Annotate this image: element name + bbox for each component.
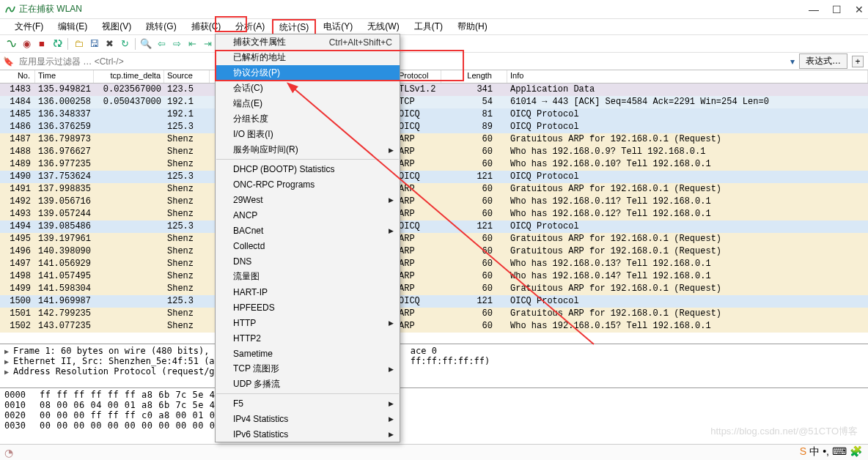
interfaces-icon[interactable]	[4, 37, 18, 51]
packet-list[interactable]: 1483135.9498210.023567000123.5TLSv1.2341…	[0, 84, 868, 344]
packet-row[interactable]: 1485136.348337192.1OICQ81OICQ Protocol	[0, 108, 868, 121]
menu-item[interactable]: 电话(Y)	[316, 19, 360, 34]
menu-dropdown-item[interactable]: F5▶	[216, 396, 400, 411]
menu-item[interactable]: 无线(W)	[360, 19, 406, 34]
find-icon[interactable]: 🔍	[139, 37, 152, 51]
title-bar: 正在捕获 WLAN — ☐ ✕	[0, 0, 868, 19]
packet-row[interactable]: 1492139.056716ShenzARP60Who has 192.168.…	[0, 196, 868, 208]
menu-item[interactable]: 跳转(G)	[139, 19, 183, 34]
menu-dropdown-item[interactable]: Collectd	[216, 238, 400, 253]
reload-icon[interactable]: ↻	[118, 37, 131, 51]
detail-line: Frame 1: 60 bytes on wire (480 bits), 6	[13, 346, 220, 356]
detail-line: Address Resolution Protocol (request/gr	[13, 366, 220, 376]
menu-dropdown-item[interactable]: HTTP2	[216, 330, 400, 346]
minimize-button[interactable]: —	[809, 4, 819, 15]
menu-dropdown-item[interactable]: TCP 流图形▶	[216, 361, 400, 376]
menu-dropdown-item[interactable]: 协议分级(P)	[216, 65, 400, 81]
menu-dropdown-item[interactable]: 服务响应时间(R)▶	[216, 142, 400, 157]
add-filter-button[interactable]: +	[852, 56, 864, 67]
menu-dropdown-item[interactable]: ONC-RPC Programs	[216, 177, 400, 192]
hex-row: 002000 00 00 ff ff ff c0 a8 00 01 00 0	[4, 410, 864, 420]
hex-row: 001008 00 06 04 00 01 a8 6b 7c 5e 4f 5	[4, 400, 864, 410]
tray-icons: S 中 •, ⌨ 🧩	[800, 445, 862, 459]
next-icon[interactable]: ⇨	[170, 37, 183, 51]
restart-capture-icon[interactable]: 🗘	[51, 37, 64, 51]
menu-dropdown-item[interactable]: IPv4 Statistics▶	[216, 411, 400, 426]
menu-dropdown-item[interactable]: IPv6 Statistics▶	[216, 426, 400, 442]
packet-row[interactable]: 1495139.197961ShenzARP60Gratuitous ARP f…	[0, 233, 868, 245]
menu-item[interactable]: 编辑(E)	[51, 19, 95, 34]
menu-dropdown-item[interactable]: 端点(E)	[216, 96, 400, 111]
save-icon[interactable]: 🖫	[87, 37, 100, 51]
menu-dropdown-item[interactable]: 已解析的地址	[216, 50, 400, 65]
col-header-len[interactable]: Length	[441, 70, 507, 83]
stop-capture-icon[interactable]: ■	[35, 37, 48, 51]
statistics-menu-dropdown[interactable]: 捕获文件属性Ctrl+Alt+Shift+C已解析的地址协议分级(P)会话(C)…	[215, 34, 400, 442]
packet-row[interactable]: 1496140.398090ShenzARP60Gratuitous ARP f…	[0, 245, 868, 258]
menu-dropdown-item[interactable]: I/O 图表(I)	[216, 127, 400, 142]
menu-dropdown-item[interactable]: 分组长度	[216, 111, 400, 127]
packet-row[interactable]: 1483135.9498210.023567000123.5TLSv1.2341…	[0, 84, 868, 96]
menu-dropdown-item[interactable]: BACnet▶	[216, 223, 400, 238]
hex-row: 0000ff ff ff ff ff ff a8 6b 7c 5e 4f 5	[4, 390, 864, 400]
packet-row[interactable]: 1494139.085486125.3OICQ121OICQ Protocol	[0, 220, 868, 233]
col-header-src[interactable]: Source	[164, 70, 210, 83]
menu-dropdown-item[interactable]: 捕获文件属性Ctrl+Alt+Shift+C	[216, 34, 400, 50]
col-header-delta[interactable]: tcp.time_delta	[94, 70, 164, 83]
menu-dropdown-item[interactable]: ANCP	[216, 207, 400, 223]
menu-dropdown-item[interactable]: DHCP (BOOTP) Statistics	[216, 161, 400, 177]
menu-item[interactable]: 帮助(H)	[450, 19, 495, 34]
menu-dropdown-item[interactable]: HPFEEDS	[216, 300, 400, 315]
packet-row[interactable]: 1484136.0002580.050437000192.1TCP5461014…	[0, 96, 868, 108]
goto-first-icon[interactable]: ⇤	[185, 37, 199, 51]
packet-details-pane[interactable]: Frame 1: 60 bytes on wire (480 bits), 6a…	[0, 344, 868, 387]
packet-row[interactable]: 1491137.998835ShenzARP60Gratuitous ARP f…	[0, 183, 868, 196]
menu-item[interactable]: 视图(V)	[95, 19, 139, 34]
packet-row[interactable]: 1499141.598304ShenzARP60Gratuitous ARP f…	[0, 283, 868, 295]
menu-dropdown-item[interactable]: DNS	[216, 253, 400, 269]
packet-row[interactable]: 1489136.977235ShenzARP60Who has 192.168.…	[0, 158, 868, 171]
packet-row[interactable]: 1497141.056929ShenzARP60Who has 192.168.…	[0, 258, 868, 270]
menu-dropdown-item[interactable]: UDP 多播流	[216, 376, 400, 392]
menu-dropdown-item[interactable]: Sametime	[216, 346, 400, 361]
ime-sym-icon: ⌨	[832, 445, 847, 459]
packet-row[interactable]: 1490137.753624125.3OICQ121OICQ Protocol	[0, 171, 868, 183]
status-bar: ◔	[0, 444, 868, 460]
packet-row[interactable]: 1502143.077235ShenzARP60Who has 192.168.…	[0, 320, 868, 333]
packet-row[interactable]: 1501142.799235ShenzARP60Gratuitous ARP f…	[0, 308, 868, 320]
close-button[interactable]: ✕	[855, 4, 864, 15]
col-header-info[interactable]: Info	[507, 70, 868, 83]
col-header-proto[interactable]: Protocol	[396, 70, 441, 83]
menu-dropdown-item[interactable]: 29West▶	[216, 192, 400, 207]
packet-row[interactable]: 1493139.057244ShenzARP60Who has 192.168.…	[0, 208, 868, 220]
open-file-icon[interactable]: 🗀	[72, 37, 85, 51]
menu-dropdown-item[interactable]: 流量图	[216, 269, 400, 284]
packet-row[interactable]: 1486136.376259125.3OICQ89OICQ Protocol	[0, 121, 868, 133]
bookmark-filter-icon[interactable]: 🔖	[0, 53, 16, 70]
expression-button[interactable]: 表达式…	[799, 53, 847, 69]
prev-icon[interactable]: ⇦	[155, 37, 168, 51]
filter-dropdown-icon[interactable]: ▾	[790, 56, 795, 67]
menu-dropdown-item[interactable]: 会话(C)	[216, 81, 400, 96]
menu-item[interactable]: 统计(S)	[272, 19, 316, 35]
col-header-time[interactable]: Time	[35, 70, 94, 83]
maximize-button[interactable]: ☐	[832, 4, 842, 15]
display-filter-input[interactable]	[16, 54, 786, 69]
menu-dropdown-item[interactable]: HART-IP	[216, 284, 400, 300]
menu-dropdown-item[interactable]: HTTP▶	[216, 315, 400, 330]
hex-dump-pane[interactable]: 0000ff ff ff ff ff ff a8 6b 7c 5e 4f 500…	[0, 387, 868, 446]
menu-item[interactable]: 分析(A)	[228, 19, 272, 34]
menu-item[interactable]: 工具(T)	[407, 19, 450, 34]
start-capture-icon[interactable]: ◉	[20, 37, 33, 51]
close-file-icon[interactable]: ✖	[103, 37, 116, 51]
wireshark-icon	[4, 4, 16, 15]
col-header-no[interactable]: No.	[0, 70, 35, 83]
goto-last-icon[interactable]: ⇥	[201, 37, 214, 51]
packet-row[interactable]: 1500141.969987125.3OICQ121OICQ Protocol	[0, 295, 868, 308]
packet-row[interactable]: 1487136.798973ShenzARP60Gratuitous ARP f…	[0, 133, 868, 146]
menu-item[interactable]: 捕获(C)	[184, 19, 229, 34]
filter-bar: 🔖 ▾ 表达式… +	[0, 53, 868, 70]
packet-row[interactable]: 1498141.057495ShenzARP60Who has 192.168.…	[0, 270, 868, 283]
packet-row[interactable]: 1488136.976627ShenzARP60Who has 192.168.…	[0, 146, 868, 158]
menu-item[interactable]: 文件(F)	[7, 19, 51, 34]
